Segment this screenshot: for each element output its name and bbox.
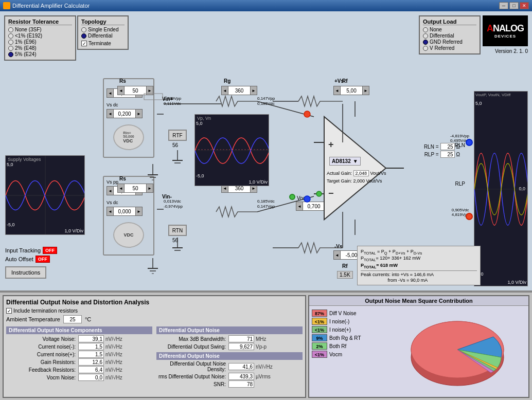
bot-vs-dc-dec[interactable]: ◄ <box>107 207 114 216</box>
top-section: Resistor Tolerance None (3SF) <1% (E192)… <box>0 11 532 292</box>
ol-radio-1[interactable] <box>423 33 428 39</box>
vn-v3: 0,185Vdc <box>257 199 275 204</box>
rs-bot-inc[interactable]: ► <box>146 184 153 193</box>
ol-opt-0[interactable]: None <box>423 27 476 32</box>
pie-svg-area <box>376 306 528 393</box>
top-vs-pp-dec[interactable]: ◄ <box>107 88 114 98</box>
input-tracking-row: Input Tracking OFF <box>5 247 57 254</box>
res-radio-3[interactable] <box>8 46 13 51</box>
res-radio-0[interactable] <box>8 27 13 32</box>
ambient-label: Ambient Temperature <box>6 316 60 322</box>
rs-bot-val[interactable]: 50 <box>125 184 146 193</box>
ad-logo: ANALOG DEVICES <box>483 15 528 46</box>
res-radio-2[interactable] <box>8 40 13 45</box>
max-bw-val[interactable]: 71 <box>228 335 254 342</box>
bot-vs-dc-inc[interactable]: ► <box>135 207 143 216</box>
rs-top-dec[interactable]: ◄ <box>117 86 125 95</box>
minimize-button[interactable]: ─ <box>499 2 508 9</box>
ol-radio-0[interactable] <box>423 27 428 32</box>
noise-comp-val-0: 39,1 <box>78 335 104 342</box>
res-radio-1[interactable] <box>8 33 13 39</box>
close-button[interactable]: ✕ <box>520 2 529 9</box>
rs-bot-dec[interactable]: ◄ <box>117 184 125 193</box>
instructions-button[interactable]: Instructions <box>5 266 46 279</box>
top-vs-dc-inc[interactable]: ► <box>135 109 143 118</box>
topo-radio-0[interactable] <box>81 27 86 32</box>
res-opt-2[interactable]: 1% (E96) <box>8 39 72 45</box>
rms-noise-unit: µVrms <box>254 374 271 379</box>
ambient-value[interactable]: 25 <box>63 315 82 323</box>
top-vs-dc-dec[interactable]: ◄ <box>107 109 114 118</box>
legend-color-5: <1% <box>312 351 327 358</box>
snr-val[interactable]: 78 <box>228 380 254 388</box>
topo-radio-1[interactable] <box>81 33 86 39</box>
vocm-dec[interactable]: ◄ <box>296 202 303 211</box>
diff-swing-val[interactable]: 9,627 <box>228 343 254 350</box>
topology-title: Topology <box>81 19 125 25</box>
bot-vs-dc-spinner[interactable]: ◄ 0,000 ► <box>107 207 143 216</box>
voutp-v1: 0,905Vdc <box>452 208 469 212</box>
vs-plus-inc[interactable]: ► <box>362 86 369 95</box>
ol-opt-2[interactable]: GND Referred <box>423 39 476 45</box>
bot-vs-pp-label: Vs pp <box>107 179 118 185</box>
res-opt-1[interactable]: <1% (E192) <box>8 33 72 39</box>
terminate-row[interactable]: ✓ Terminate <box>81 41 125 46</box>
top-vs-dc-spinner[interactable]: ◄ 0,200 ► <box>107 109 143 118</box>
rg-top-label: Rg <box>224 78 230 84</box>
res-opt-3[interactable]: 2% (E48) <box>8 45 72 51</box>
rg-top-val[interactable]: 360 <box>228 86 250 95</box>
vs-plus-spinner[interactable]: ◄ 5,00 ► <box>333 86 369 95</box>
rg-top-inc[interactable]: ► <box>250 86 257 95</box>
input-tracking-badge[interactable]: OFF <box>43 247 57 254</box>
include-term-row[interactable]: ✓ Include termination resistors <box>6 308 303 314</box>
rg-top-spinner[interactable]: ◄ 360 ► <box>221 86 257 95</box>
bot-vs-dc-val[interactable]: 0,000 <box>114 207 135 216</box>
vn-v4: 0,147Vpp <box>257 204 275 209</box>
terminate-checkbox[interactable]: ✓ <box>81 41 87 46</box>
vs-plus-label: +Vs <box>334 78 344 84</box>
res-opt-0[interactable]: None (3SF) <box>8 27 72 32</box>
ol-opt-1[interactable]: Differential <box>423 33 476 39</box>
noise-comp-label-0: Voltage Noise: <box>6 336 78 342</box>
opamp-model-selector[interactable]: AD8132 ▼ <box>329 157 361 166</box>
snr-row: SNR: 78 <box>156 380 303 388</box>
include-term-cb[interactable]: ✓ <box>6 308 12 314</box>
rms-noise-val[interactable]: 439,3 <box>228 373 254 380</box>
opamp-model-label: AD8132 <box>332 158 351 164</box>
topo-opt-0[interactable]: Single Ended <box>81 27 125 32</box>
noise-density-val[interactable]: 41,6 <box>228 363 254 370</box>
legend-label-4: Both Rf <box>329 343 346 349</box>
auto-offset-badge[interactable]: OFF <box>36 256 50 263</box>
bot-vs-pp-dec[interactable]: ◄ <box>107 186 114 195</box>
top-vs-dc-val[interactable]: 0,200 <box>114 109 135 118</box>
res-opt-4[interactable]: 5% (E24) <box>8 51 72 57</box>
rg-top-dec[interactable]: ◄ <box>221 86 228 95</box>
rln-val: 25 <box>440 143 455 150</box>
ol-radio-3[interactable] <box>423 46 428 51</box>
noise-density-header: Differential Output Noise <box>156 352 303 360</box>
rs-bot-spinner[interactable]: ◄ 50 ► <box>117 184 153 193</box>
vs-plus-dec[interactable]: ◄ <box>333 86 341 95</box>
rs-bot-label: Rs <box>119 176 126 181</box>
res-radio-4[interactable] <box>8 52 13 57</box>
ol-radio-2[interactable] <box>423 40 428 45</box>
rs-top-inc[interactable]: ► <box>146 86 153 95</box>
noise-comp-val-5: 0,0 <box>78 374 104 381</box>
target-gain-val: 2,000 <box>353 178 365 184</box>
ol-opt-3[interactable]: V Referred <box>423 45 476 51</box>
power-line3: PTOTAL= 618 mW <box>361 263 477 269</box>
topo-opt-1[interactable]: Differential <box>81 33 125 39</box>
auto-offset-label: Auto Offset <box>5 256 33 262</box>
actual-gain-unit: Vout/Vs <box>370 171 386 176</box>
input-tracking-label: Input Tracking <box>5 247 41 253</box>
snr-label: SNR: <box>156 381 228 387</box>
rs-top-spinner[interactable]: ◄ 50 ► <box>117 86 153 95</box>
legend-row-0: 87% Diff V Noise <box>312 310 374 317</box>
noise-comp-val-4: 6,4 <box>78 366 104 373</box>
vs-plus-val[interactable]: 5,00 <box>341 86 362 95</box>
analysis-panel: Differential Output Noise and Distortion… <box>3 295 306 398</box>
vs-minus-dec[interactable]: ◄ <box>333 250 341 260</box>
rs-top-val[interactable]: 50 <box>125 86 146 95</box>
maximize-button[interactable]: □ <box>509 2 519 9</box>
opamp-dropdown-arrow[interactable]: ▼ <box>353 158 358 164</box>
